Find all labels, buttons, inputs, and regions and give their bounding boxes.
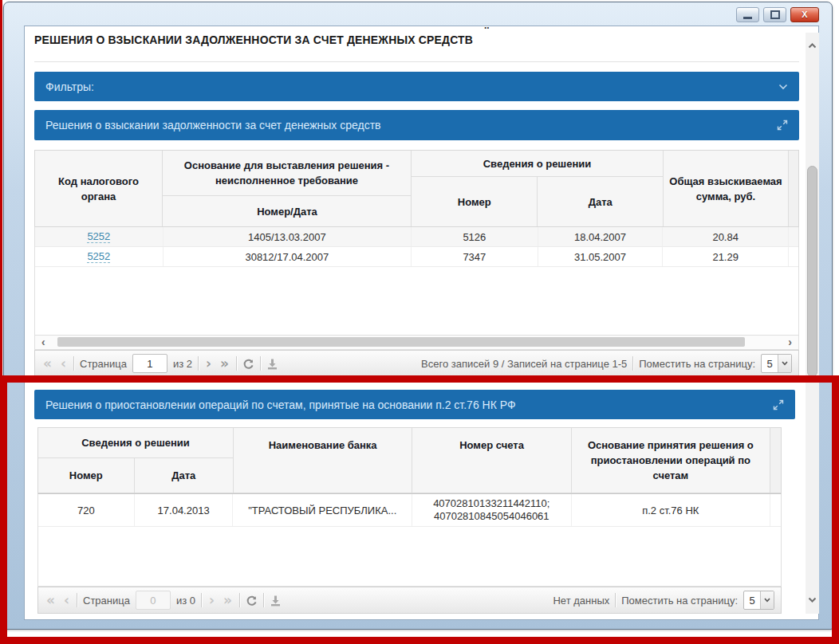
select-chevron-icon: [760, 591, 774, 609]
toolbar-separator: [260, 356, 261, 371]
column-header-basis-group[interactable]: Основание для выставления решения - неис…: [163, 151, 411, 196]
column-header-total-sum[interactable]: Общая взыскиваемая сумма, руб.: [664, 151, 789, 226]
per-page-select[interactable]: 5: [743, 591, 774, 610]
toolbar-separator: [198, 356, 199, 371]
maximize-icon: [770, 10, 780, 19]
column-group-decision-info: Сведения о решении Номер Дата: [412, 151, 664, 226]
cell-sum: 21.29: [663, 247, 789, 266]
filters-label: Фильтры:: [45, 80, 94, 93]
page: X .. РЕШЕНИЯ О ВЗЫСКАНИИ ЗАДОЛЖЕННОСТИ З…: [0, 0, 839, 644]
scroll-up-icon[interactable]: [808, 37, 817, 52]
grid2-paging-toolbar: « ‹ Страница из 0 › »: [37, 587, 782, 614]
section2-header[interactable]: Решения о приостановлении операций по сч…: [34, 390, 795, 419]
cell-bank: "ТРАСТОВЫЙ РЕСПУБЛИКА...: [233, 494, 412, 526]
last-page-button[interactable]: »: [219, 357, 230, 371]
refresh-icon: [242, 358, 254, 370]
page-number-input[interactable]: [132, 354, 167, 373]
page-number-input[interactable]: [136, 591, 171, 610]
download-button[interactable]: [266, 358, 278, 370]
column-header-cutoff: [770, 428, 781, 493]
cell-cutoff: [789, 227, 798, 246]
cell-number: 720: [38, 494, 135, 526]
per-page-value: 5: [744, 591, 760, 609]
records-summary: Всего записей 9 / Записей на странице 1-…: [421, 358, 627, 370]
toolbar-separator: [77, 593, 77, 607]
scroll-left-icon[interactable]: ‹: [41, 336, 45, 348]
per-page-label: Поместить на страницу:: [621, 595, 738, 607]
toolbar-separator: [239, 593, 240, 607]
filters-panel-header[interactable]: Фильтры:: [34, 72, 799, 101]
table-row[interactable]: 720 17.04.2013 "ТРАСТОВЫЙ РЕСПУБЛИКА... …: [38, 494, 781, 527]
page-of-label: из 0: [176, 595, 195, 607]
page-label: Страница: [80, 358, 127, 370]
grid1-paging-toolbar: « ‹ Страница из 2 › »: [34, 350, 799, 377]
column-header-decision-date[interactable]: Дата: [135, 458, 233, 493]
download-button[interactable]: [270, 595, 282, 607]
toolbar-separator: [236, 356, 237, 371]
cell-basis: 30812/17.04.2007: [163, 247, 412, 266]
column-header-decision-info[interactable]: Сведения о решении: [412, 151, 663, 177]
column-header-cutoff: [789, 151, 798, 226]
table-row[interactable]: 5252 1405/13.03.2007 5126 18.04.2007 20.…: [35, 227, 798, 247]
grid1-body: 5252 1405/13.03.2007 5126 18.04.2007 20.…: [34, 227, 799, 336]
page-title: РЕШЕНИЯ О ВЗЫСКАНИИ ЗАДОЛЖЕННОСТИ ЗА СЧЕ…: [34, 33, 473, 46]
first-page-button[interactable]: «: [41, 357, 53, 371]
expand-icon[interactable]: [777, 120, 788, 131]
horizontal-scrollbar[interactable]: ‹ ›: [34, 336, 799, 350]
cell-date: 31.05.2007: [538, 247, 664, 266]
per-page-select[interactable]: 5: [761, 354, 792, 373]
column-header-decision-date[interactable]: Дата: [538, 177, 663, 226]
scroll-down-icon[interactable]: [808, 591, 817, 606]
artifact-dots: ..: [484, 20, 490, 31]
horizontal-scrollbar-thumb[interactable]: [57, 337, 745, 347]
column-header-suspension-basis[interactable]: Основание принятия решения о приостановл…: [572, 428, 770, 493]
section2-title: Решения о приостановлении операций по сч…: [45, 399, 516, 411]
vertical-scrollbar-thumb[interactable]: [807, 166, 817, 377]
next-page-button[interactable]: ›: [204, 357, 213, 371]
per-page-label: Поместить на страницу:: [639, 358, 755, 370]
app-window: X .. РЕШЕНИЯ О ВЗЫСКАНИИ ЗАДОЛЖЕННОСТИ З…: [3, 2, 833, 630]
column-header-bank-name[interactable]: Наименование банка: [234, 428, 412, 493]
last-page-button[interactable]: »: [222, 594, 234, 607]
column-header-account-number[interactable]: Номер счета: [412, 428, 571, 493]
tax-code-link[interactable]: 5252: [87, 250, 110, 263]
maximize-button[interactable]: [763, 7, 786, 22]
cell-date: 17.04.2013: [135, 494, 234, 526]
next-page-button[interactable]: ›: [207, 594, 216, 607]
minimize-icon: [743, 17, 752, 19]
column-header-decision-info[interactable]: Сведения о решении: [38, 428, 233, 458]
toolbar-separator: [615, 593, 616, 607]
page-of-label: из 2: [173, 358, 192, 370]
scroll-right-icon[interactable]: ›: [788, 336, 792, 348]
window-titlebar[interactable]: X: [4, 2, 832, 25]
cell-tax-code: 5252: [35, 227, 163, 246]
toolbar-separator: [263, 593, 264, 607]
per-page-value: 5: [762, 355, 778, 372]
table-row[interactable]: 5252 30812/17.04.2007 7347 31.05.2007 21…: [35, 247, 798, 267]
window-controls: X: [736, 7, 819, 22]
close-button[interactable]: X: [790, 7, 819, 22]
column-header-tax-code[interactable]: Код налогового органа: [35, 151, 163, 226]
refresh-button[interactable]: [242, 358, 254, 370]
section1-header[interactable]: Решения о взыскании задолженности за сче…: [34, 110, 799, 140]
section1-title: Решения о взыскании задолженности за сче…: [45, 119, 381, 132]
close-icon: X: [802, 10, 807, 19]
cell-cutoff: [789, 247, 798, 266]
first-page-button[interactable]: «: [45, 594, 57, 607]
minimize-button[interactable]: [736, 7, 759, 22]
grid2-body: 720 17.04.2013 "ТРАСТОВЫЙ РЕСПУБЛИКА... …: [37, 493, 782, 587]
prev-page-button[interactable]: ‹: [62, 594, 71, 607]
column-header-basis-sub[interactable]: Номер/Дата: [163, 196, 412, 226]
column-header-decision-number[interactable]: Номер: [412, 177, 538, 226]
column-group-basis: Основание для выставления решения - неис…: [163, 151, 412, 226]
grid1-header: Код налогового органа Основание для выст…: [34, 150, 799, 227]
column-group-decision-info: Сведения о решении Номер Дата: [38, 428, 234, 493]
refresh-button[interactable]: [246, 595, 258, 607]
prev-page-button[interactable]: ‹: [59, 357, 68, 371]
vertical-scrollbar[interactable]: [806, 33, 819, 614]
cell-basis: 1405/13.03.2007: [163, 227, 412, 246]
column-header-decision-number[interactable]: Номер: [38, 458, 135, 493]
cell-tax-code: 5252: [35, 247, 163, 266]
expand-icon[interactable]: [773, 399, 784, 410]
tax-code-link[interactable]: 5252: [87, 230, 110, 243]
